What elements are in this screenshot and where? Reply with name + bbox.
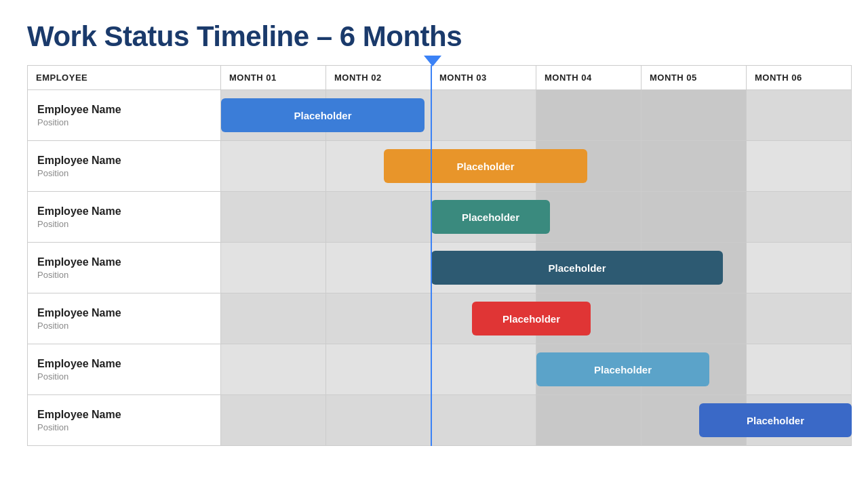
- gantt-bar-row6: Placeholder: [536, 352, 709, 386]
- month03-cell: [431, 90, 536, 141]
- month01-cell: Placeholder: [221, 90, 326, 141]
- employee-name: Employee Name: [37, 104, 211, 116]
- month05-cell: [642, 293, 747, 344]
- month06-cell: [747, 192, 852, 243]
- employee-cell: Employee Name Position: [28, 344, 221, 395]
- month02-cell: [326, 344, 431, 395]
- month04-cell: [536, 192, 642, 243]
- table-row: Employee Name Position Placeholder: [28, 344, 852, 395]
- table-row: Employee Name Position Placeholder: [28, 141, 852, 192]
- current-month-indicator: [424, 56, 441, 66]
- month02-cell: [326, 395, 431, 446]
- col-header-month04: MONTH 04: [536, 66, 642, 90]
- month04-cell: Placeholder: [536, 344, 642, 395]
- employee-name: Employee Name: [37, 307, 211, 319]
- employee-position: Position: [37, 371, 211, 382]
- page-title: Work Status Timeline – 6 Months: [27, 20, 841, 53]
- col-header-month01: MONTH 01: [221, 66, 326, 90]
- month02-cell: [326, 243, 431, 293]
- month06-cell: [747, 90, 852, 141]
- month05-cell: [642, 192, 747, 243]
- month01-cell: [221, 395, 326, 446]
- month06-cell: [747, 243, 852, 293]
- month01-cell: [221, 141, 326, 192]
- col-header-month05: MONTH 05: [642, 66, 747, 90]
- month03-cell: [431, 395, 536, 446]
- gantt-bar-row5: Placeholder: [472, 302, 591, 336]
- employee-name: Employee Name: [37, 409, 211, 421]
- employee-cell: Employee Name Position: [28, 141, 221, 192]
- employee-position: Position: [37, 168, 211, 178]
- employee-name: Employee Name: [37, 358, 211, 370]
- month05-cell: [642, 90, 747, 141]
- month06-cell: [747, 344, 852, 395]
- month01-cell: [221, 243, 326, 293]
- table-row: Employee Name Position Placeholder: [28, 395, 852, 446]
- employee-name: Employee Name: [37, 155, 211, 167]
- col-header-month03: MONTH 03: [431, 66, 536, 90]
- month02-cell: Placeholder: [326, 141, 431, 192]
- table-row: Employee Name Position Placeholder: [28, 293, 852, 344]
- employee-position: Position: [37, 321, 211, 331]
- month01-cell: [221, 192, 326, 243]
- table-row: Employee Name Position Placeholder: [28, 243, 852, 293]
- employee-position: Position: [37, 117, 211, 127]
- gantt-bar-row4: Placeholder: [431, 251, 723, 285]
- employee-cell: Employee Name Position: [28, 395, 221, 446]
- month01-cell: [221, 293, 326, 344]
- month01-cell: [221, 344, 326, 395]
- month02-cell: Placeholder: [326, 192, 431, 243]
- gantt-bar-row7: Placeholder: [699, 403, 852, 437]
- employee-cell: Employee Name Position: [28, 243, 221, 293]
- month03-cell: Placeholder: [431, 243, 536, 293]
- month05-cell: [642, 141, 747, 192]
- timeline-table: EMPLOYEE MONTH 01 MONTH 02 MONTH 03 MONT…: [27, 65, 852, 446]
- table-row: Employee Name Position Placeholder: [28, 90, 852, 141]
- employee-name: Employee Name: [37, 256, 211, 268]
- table-row: Employee Name Position Placeholder: [28, 192, 852, 243]
- employee-cell: Employee Name Position: [28, 90, 221, 141]
- timeline-wrapper: EMPLOYEE MONTH 01 MONTH 02 MONTH 03 MONT…: [27, 65, 841, 446]
- gantt-bar-row1: Placeholder: [221, 98, 425, 132]
- employee-name: Employee Name: [37, 205, 211, 218]
- col-header-employee: EMPLOYEE: [28, 66, 221, 90]
- employee-cell: Employee Name Position: [28, 192, 221, 243]
- month04-cell: [536, 395, 642, 446]
- col-header-month06: MONTH 06: [747, 66, 852, 90]
- gantt-bar-row3: Placeholder: [431, 200, 550, 234]
- employee-cell: Employee Name Position: [28, 293, 221, 344]
- employee-position: Position: [37, 219, 211, 229]
- col-header-month02: MONTH 02: [326, 66, 431, 90]
- gantt-bar-row2: Placeholder: [384, 149, 587, 183]
- month06-cell: [747, 141, 852, 192]
- month03-cell: [431, 344, 536, 395]
- month06-cell: [747, 293, 852, 344]
- month03-cell: Placeholder: [431, 293, 536, 344]
- employee-position: Position: [37, 270, 211, 280]
- month02-cell: [326, 293, 431, 344]
- employee-position: Position: [37, 422, 211, 432]
- current-month-line: [431, 65, 432, 446]
- month05-cell: Placeholder: [642, 395, 747, 446]
- month04-cell: [536, 90, 642, 141]
